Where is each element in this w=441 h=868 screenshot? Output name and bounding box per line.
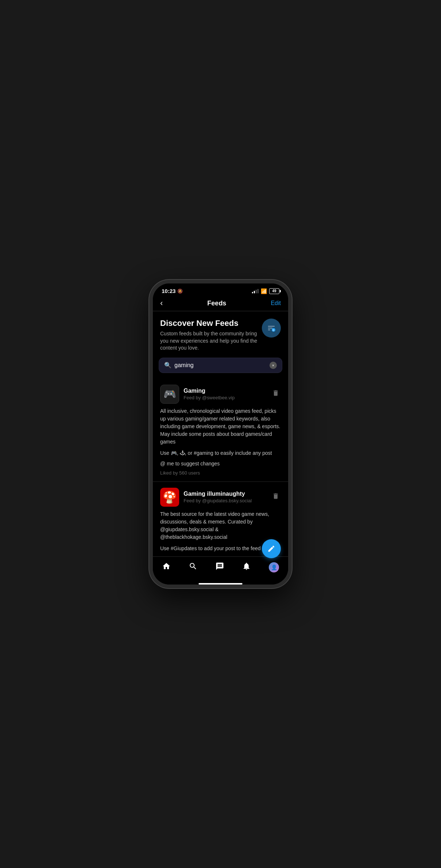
feed-description-gaming: All inclusive, chronological video games… [160,407,281,446]
discover-filter-button[interactable]: ≡ [262,319,281,338]
nav-item-messages[interactable] [211,560,229,574]
feed-author-illuminaughty: Feed by @giupdates.bsky.social [184,498,252,503]
signal-bar-3 [256,290,257,293]
feed-suggest-gaming: @ me to suggest changes [160,461,281,467]
feed-title-gaming: Gaming [184,388,235,394]
search-icon: 🔍 [164,362,172,369]
discover-section: Discover New Feeds Custom feeds built by… [153,311,288,358]
status-time: 10:23 🔕 [162,288,183,294]
battery-indicator: 49 [269,288,279,294]
main-content: Discover New Feeds Custom feeds built by… [153,311,288,556]
feed-header-illuminaughty: 🍄 Gaming illuminaughty Feed by @giupdate… [160,488,281,507]
back-button[interactable]: ‹ [160,298,163,308]
feed-delete-illuminaughty[interactable] [271,491,281,503]
svg-text:≡: ≡ [272,328,275,332]
compose-fab-button[interactable] [262,539,281,558]
search-clear-button[interactable]: × [270,362,277,369]
nav-item-search[interactable] [184,560,202,574]
status-bar: 10:23 🔕 📶 49 [153,283,288,296]
search-bar[interactable]: 🔍 gaming × [159,358,282,373]
avatar-initials: 👤 [271,564,277,570]
signal-bars-icon [252,289,259,293]
mute-icon: 🔕 [177,289,183,294]
status-icons: 📶 49 [252,288,279,294]
battery-level: 49 [272,289,276,293]
feed-description-illuminaughty: The best source for the latest video gam… [160,510,281,541]
wifi-icon: 📶 [261,288,267,294]
profile-avatar[interactable]: 👤 [269,562,279,572]
trash-icon-2 [272,492,279,500]
notifications-icon [242,562,251,573]
signal-bar-2 [254,291,255,293]
phone-frame: 10:23 🔕 📶 49 ‹ Feeds Edit [149,280,292,588]
feed-header-left: 🎮 Gaming Feed by @sweetbee.vip [160,385,235,404]
navigation-bar: ‹ Feeds Edit [153,296,288,311]
home-icon [162,562,171,573]
feed-likes-gaming: Liked by 560 users [160,470,281,476]
home-indicator [199,583,242,585]
signal-bar-4 [257,289,259,293]
messages-icon [215,562,224,573]
phone-screen: 10:23 🔕 📶 49 ‹ Feeds Edit [153,283,288,585]
discover-subtitle: Custom feeds built by the community brin… [160,330,257,352]
feed-header-gaming: 🎮 Gaming Feed by @sweetbee.vip [160,385,281,404]
feed-avatar-gaming[interactable]: 🎮 [160,385,179,404]
feed-delete-gaming[interactable] [271,388,281,400]
filter-list-icon: ≡ [267,324,276,332]
search-input[interactable]: gaming [174,362,267,369]
feed-header-left-2: 🍄 Gaming illuminaughty Feed by @giupdate… [160,488,252,507]
edit-button[interactable]: Edit [271,300,281,307]
feed-avatar-illuminaughty[interactable]: 🍄 [160,488,179,507]
signal-bar-1 [252,292,253,293]
feed-hashtag-gaming: Use 🎮, 🕹, or #gaming to easily include a… [160,449,281,457]
nav-item-notifications[interactable] [238,560,255,574]
discover-text: Discover New Feeds Custom feeds built by… [160,319,262,352]
nav-item-home[interactable] [158,560,175,574]
feed-info-illuminaughty: Gaming illuminaughty Feed by @giupdates.… [184,491,252,503]
page-title: Feeds [207,300,226,307]
feed-item-gaming: 🎮 Gaming Feed by @sweetbee.vip All inclu… [153,379,288,482]
nav-item-profile[interactable]: 👤 [264,561,283,574]
feed-author-gaming: Feed by @sweetbee.vip [184,395,235,400]
compose-icon [267,545,275,553]
feed-info-gaming: Gaming Feed by @sweetbee.vip [184,388,235,400]
time-display: 10:23 [162,288,176,294]
bottom-navigation: 👤 [153,556,288,582]
feed-title-illuminaughty: Gaming illuminaughty [184,491,252,497]
search-nav-icon [189,562,197,573]
discover-title: Discover New Feeds [160,319,257,328]
trash-icon [272,389,279,397]
